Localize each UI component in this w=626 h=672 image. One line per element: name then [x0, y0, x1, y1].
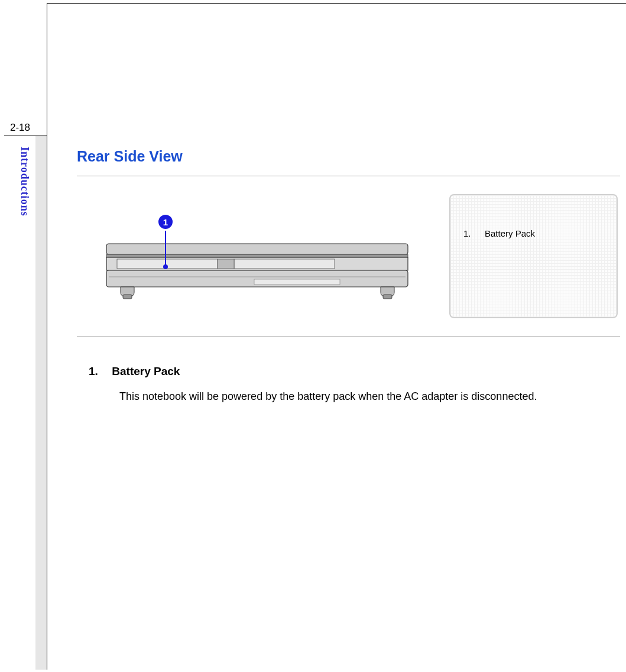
- svg-rect-9: [123, 295, 132, 299]
- legend-box: 1. Battery Pack: [449, 194, 618, 318]
- legend-item-number: 1.: [463, 228, 473, 238]
- laptop-rear-illustration: [100, 241, 414, 309]
- callout-dot: [163, 264, 168, 269]
- page-wrapper: 2-18 Introductions Rear Side View 1: [0, 0, 626, 672]
- section-gray-bar: [35, 136, 47, 670]
- svg-rect-0: [106, 244, 408, 254]
- svg-rect-5: [218, 259, 234, 269]
- svg-rect-10: [383, 295, 392, 299]
- page-number-underline: [4, 135, 47, 135]
- legend-item-label: Battery Pack: [485, 228, 535, 238]
- description-block: 1. Battery Pack This notebook will be po…: [77, 365, 620, 405]
- svg-rect-8: [254, 279, 340, 285]
- description-title: Battery Pack: [112, 365, 180, 377]
- vertical-border-line: [47, 3, 47, 670]
- description-heading: 1. Battery Pack: [89, 365, 620, 378]
- svg-rect-4: [234, 259, 335, 269]
- legend-item: 1. Battery Pack: [463, 228, 604, 238]
- section-tab-label: Introductions: [16, 147, 31, 245]
- content-area: Rear Side View 1: [77, 148, 620, 405]
- figure-legend-row: 1: [77, 194, 620, 324]
- description-text: This notebook will be powered by the bat…: [89, 389, 620, 405]
- top-border-line: [47, 3, 626, 4]
- callout-leader-line: [165, 231, 166, 267]
- description-number: 1.: [89, 365, 109, 378]
- divider-line-2: [77, 336, 620, 337]
- callout-badge: 1: [157, 214, 174, 230]
- page-heading: Rear Side View: [77, 148, 620, 165]
- page-number: 2-18: [10, 122, 30, 134]
- svg-rect-1: [106, 254, 408, 257]
- figure-container: 1: [77, 194, 432, 324]
- divider-line: [77, 176, 620, 176]
